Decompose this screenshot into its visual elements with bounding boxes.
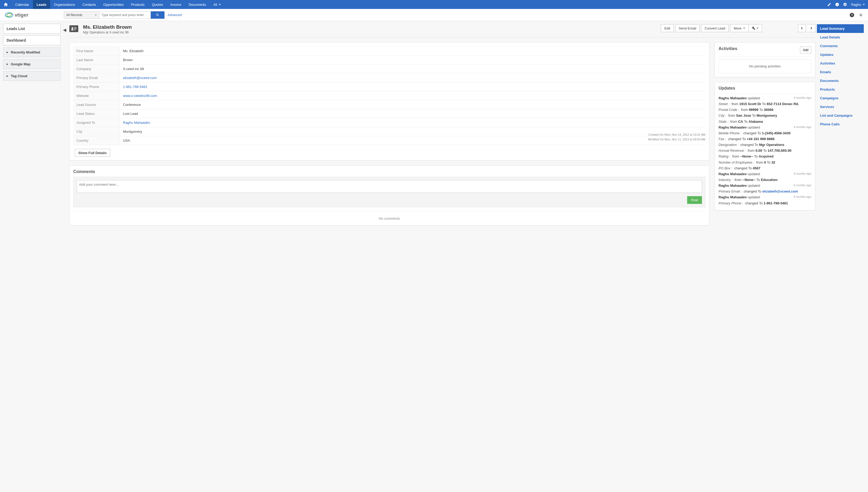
search-scope-dropdown[interactable]: All Records ▼ xyxy=(64,11,99,19)
nav-item-organizations[interactable]: Organizations xyxy=(50,0,78,9)
help-icon[interactable]: ? xyxy=(848,13,856,18)
nav-item-quotes[interactable]: Quotes xyxy=(148,0,167,9)
svg-text:?: ? xyxy=(851,13,853,17)
user-name: Raghu xyxy=(851,3,861,6)
nav-item-documents[interactable]: Documents xyxy=(185,0,210,9)
nav-item-contacts[interactable]: Contacts xyxy=(79,0,100,9)
top-nav: CalendarLeadsOrganizationsContactsOpport… xyxy=(0,0,868,9)
home-icon[interactable] xyxy=(0,0,11,9)
nav-item-invoice[interactable]: Invoice xyxy=(167,0,185,9)
nav-item-products[interactable]: Products xyxy=(127,0,148,9)
search-button[interactable] xyxy=(151,11,164,19)
search-scope-label: All Records xyxy=(66,13,82,17)
gear-icon[interactable] xyxy=(841,0,849,9)
info-icon[interactable] xyxy=(833,0,841,9)
user-menu[interactable]: Raghu xyxy=(849,0,868,9)
nav-item-calendar[interactable]: Calendar xyxy=(11,0,33,9)
svg-text:vtiger: vtiger xyxy=(15,12,28,18)
search-bar: vtiger All Records ▼ Advanced ? xyxy=(0,9,868,21)
pencil-icon[interactable] xyxy=(825,0,833,9)
search-icon xyxy=(156,13,160,17)
nav-item-all[interactable]: All xyxy=(210,0,224,9)
nav-item-leads[interactable]: Leads xyxy=(33,0,50,9)
svg-rect-2 xyxy=(837,3,837,4)
nav-item-opportunities[interactable]: Opportunities xyxy=(100,0,127,9)
vtiger-logo[interactable]: vtiger xyxy=(4,11,43,19)
advanced-search-link[interactable]: Advanced xyxy=(168,13,182,17)
svg-rect-1 xyxy=(837,4,837,5)
svg-point-4 xyxy=(6,13,12,17)
search-input[interactable] xyxy=(99,11,151,19)
quick-create-icon[interactable] xyxy=(857,13,865,18)
